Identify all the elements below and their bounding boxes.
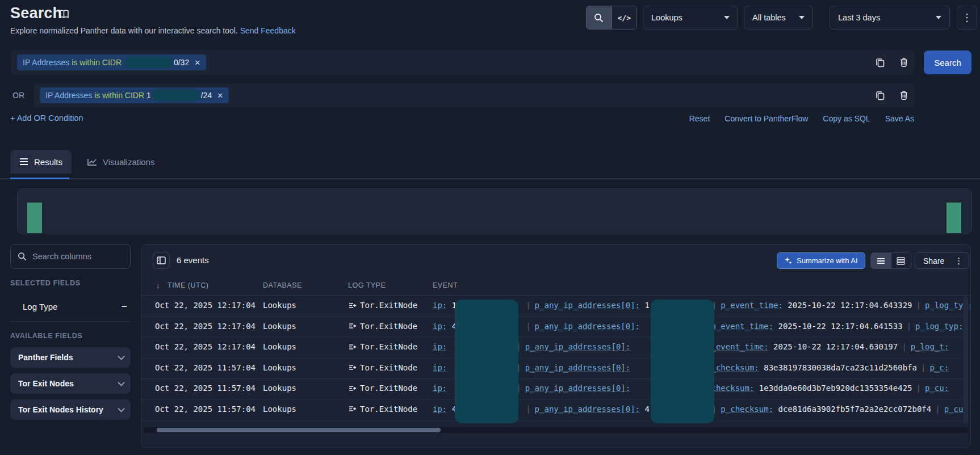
search-page: Search Explore normalized Panther data w…	[0, 0, 980, 455]
search-mode-button[interactable]	[587, 6, 612, 29]
tab-results[interactable]: Results	[10, 150, 72, 174]
toggle-sidebar-button[interactable]	[153, 252, 170, 269]
code-icon: </>	[618, 14, 631, 22]
chevron-down-icon	[118, 405, 125, 412]
chevron-down-icon	[799, 16, 805, 19]
column-search-box	[10, 244, 131, 269]
results-panel: 6 events Summarize with AI Share ⋮	[141, 244, 971, 448]
filter-row-1: IP Addresses is within CIDR 0/32 ✕	[10, 50, 914, 75]
save-as-link[interactable]: Save As	[885, 114, 914, 123]
col-time[interactable]: TIME (UTC)	[167, 281, 208, 289]
log-type-icon	[348, 405, 357, 412]
filter-chip-1[interactable]: IP Addresses is within CIDR 0/32 ✕	[17, 54, 206, 70]
list-icon	[19, 158, 28, 166]
time-range-dropdown[interactable]: Last 3 days	[830, 6, 950, 30]
copy-as-sql-link[interactable]: Copy as SQL	[823, 114, 870, 123]
log-type-icon	[348, 343, 357, 351]
add-or-condition-link[interactable]: + Add OR Condition	[10, 113, 83, 123]
remove-field-icon[interactable]: −	[121, 301, 127, 313]
search-icon	[594, 13, 604, 23]
redacted-ip-value	[125, 57, 173, 68]
redaction-overlay	[455, 300, 518, 423]
histogram-bar[interactable]	[27, 203, 42, 233]
sidebar-divider	[10, 321, 131, 322]
query-actions: Reset Convert to PantherFlow Copy as SQL…	[625, 114, 914, 123]
sparkles-icon	[784, 256, 793, 265]
duplicate-filter-button[interactable]	[874, 89, 887, 102]
remove-filter-icon[interactable]: ✕	[194, 58, 200, 67]
event-row[interactable]: Oct 22, 2025 11:57:04 Lookups Tor.ExitNo…	[141, 359, 971, 380]
send-feedback-link[interactable]: Send Feedback	[240, 26, 296, 35]
log-type-icon	[348, 364, 357, 371]
chevron-down-icon	[118, 353, 125, 360]
tab-visualizations[interactable]: Visualizations	[78, 150, 164, 174]
search-columns-input[interactable]	[32, 252, 112, 261]
convert-to-pantherflow-link[interactable]: Convert to PantherFlow	[724, 114, 808, 123]
or-conjunction-label: OR	[12, 91, 24, 100]
log-type-icon	[348, 385, 357, 392]
event-count: 6 events	[177, 255, 209, 265]
field-group-panther-fields[interactable]: Panther Fields	[10, 347, 131, 368]
vertical-scrollbar[interactable]	[964, 296, 968, 423]
histogram-bar[interactable]	[947, 203, 961, 233]
redaction-overlay	[651, 300, 714, 423]
search-button[interactable]: Search	[924, 50, 971, 74]
col-database[interactable]: DATABASE	[263, 281, 302, 289]
stacked-rows-icon	[897, 257, 905, 265]
panel-icon	[157, 256, 166, 264]
trash-icon	[898, 90, 910, 101]
duplicate-filter-button[interactable]	[874, 56, 887, 69]
log-type-icon	[348, 322, 357, 330]
page-subtitle: Explore normalized Panther data with our…	[10, 26, 296, 35]
delete-filter-button[interactable]	[898, 56, 911, 69]
chevron-down-icon	[118, 379, 125, 386]
redacted-ip-value	[152, 90, 200, 101]
code-mode-button[interactable]: </>	[612, 6, 637, 29]
event-rows: Oct 22, 2025 12:17:04 Lookups Tor.ExitNo…	[141, 296, 971, 421]
reset-link[interactable]: Reset	[689, 114, 710, 123]
col-event[interactable]: EVENT	[433, 281, 458, 289]
sort-desc-icon[interactable]: ↓	[156, 281, 160, 290]
chevron-down-icon	[936, 16, 941, 19]
filter-chip-2[interactable]: IP Addresses is within CIDR 1 /24 ✕	[40, 87, 229, 103]
field-group-tor-exit-nodes[interactable]: Tor Exit Nodes	[10, 373, 131, 394]
header-more-menu-button[interactable]: ⋮	[957, 6, 977, 30]
filter-row-2: IP Addresses is within CIDR 1 /24 ✕	[33, 83, 914, 108]
log-type-icon	[348, 302, 357, 309]
col-log-type[interactable]: LOG TYPE	[348, 281, 386, 289]
share-more-menu-button[interactable]: ⋮	[952, 256, 969, 266]
table-header: ↓ TIME (UTC) DATABASE LOG TYPE EVENT	[141, 276, 971, 296]
horizontal-scrollbar-thumb[interactable]	[157, 428, 441, 432]
chart-icon	[87, 158, 97, 166]
remove-filter-icon[interactable]: ✕	[217, 91, 223, 100]
tables-dropdown[interactable]: All tables	[744, 6, 813, 30]
available-fields-label: AVAILABLE FIELDS	[10, 332, 82, 340]
event-row[interactable]: Oct 22, 2025 12:17:04 Lookups Tor.ExitNo…	[141, 338, 971, 359]
event-row[interactable]: Oct 22, 2025 11:57:04 Lookups Tor.ExitNo…	[141, 379, 971, 400]
event-row[interactable]: Oct 22, 2025 12:17:04 Lookups Tor.ExitNo…	[141, 296, 971, 317]
horizontal-scrollbar-track[interactable]	[144, 427, 968, 433]
delete-filter-button[interactable]	[898, 89, 911, 102]
share-button[interactable]: Share	[915, 256, 952, 266]
expanded-view-button[interactable]	[891, 253, 911, 268]
search-icon	[18, 252, 27, 261]
event-row[interactable]: Oct 22, 2025 12:17:04 Lookups Tor.ExitNo…	[141, 317, 971, 338]
selected-fields-label: SELECTED FIELDS	[10, 279, 81, 287]
copy-icon	[874, 90, 886, 101]
events-histogram	[17, 188, 972, 234]
trash-icon	[898, 57, 910, 68]
chevron-down-icon	[724, 16, 730, 19]
share-group: Share ⋮	[915, 252, 969, 269]
field-group-tor-exit-nodes-history[interactable]: Tor Exit Nodes History	[10, 399, 131, 420]
event-row[interactable]: Oct 22, 2025 11:57:04 Lookups Tor.ExitNo…	[141, 400, 971, 421]
row-density-toggle	[870, 252, 911, 269]
compact-view-button[interactable]	[871, 253, 891, 268]
selected-field-log-type[interactable]: Log Type −	[10, 296, 131, 317]
summarize-with-ai-button[interactable]: Summarize with AI	[777, 252, 865, 269]
database-dropdown[interactable]: Lookups	[643, 6, 738, 30]
copy-icon	[874, 57, 886, 68]
docs-book-icon[interactable]	[58, 10, 69, 19]
search-mode-toggle: </>	[586, 6, 637, 30]
page-title: Search	[10, 5, 62, 22]
active-tab-indicator	[10, 178, 69, 179]
